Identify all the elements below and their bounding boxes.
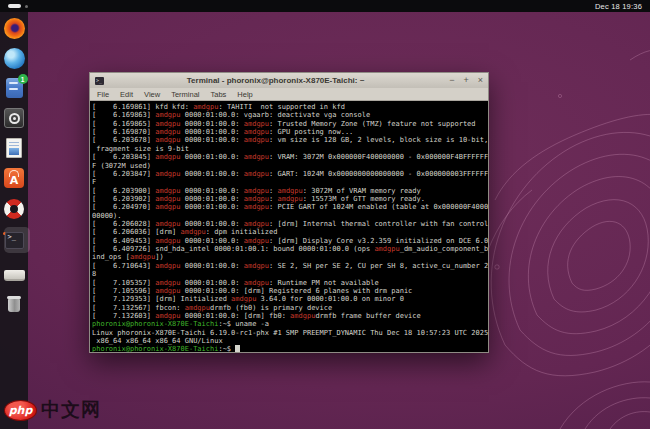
speaker-ring — [9, 113, 20, 124]
terminal-line: F (3072M used) — [92, 162, 488, 170]
terminal-line: [ 7.105357] amdgpu 0000:01:00.0: amdgpu:… — [92, 279, 488, 287]
terminal-line: fragment size is 9-bit — [92, 145, 488, 153]
app-center-icon: A — [4, 168, 24, 188]
php-logo: php — [4, 400, 37, 421]
menu-bar: File Edit View Terminal Tabs Help — [90, 88, 488, 101]
thunderbird-icon — [4, 48, 25, 69]
top-bar: Dec 18 19:36 — [0, 0, 650, 12]
trash-icon — [8, 298, 20, 312]
dock-item-removable-drive[interactable] — [3, 264, 25, 286]
menu-terminal[interactable]: Terminal — [171, 90, 199, 99]
terminal-line: x86_64 x86_64 x86_64 GNU/Linux — [92, 337, 488, 345]
terminal-line: [ 6.203845] amdgpu 0000:01:00.0: amdgpu:… — [92, 153, 488, 161]
terminal-line: 8 — [92, 270, 488, 278]
terminal-line: [ 6.203678] amdgpu 0000:01:00.0: amdgpu:… — [92, 136, 488, 144]
php-cn-watermark: php 中文网 — [4, 397, 101, 423]
workspace-indicator[interactable] — [8, 4, 28, 8]
dock-item-firefox[interactable] — [3, 17, 25, 39]
close-button[interactable]: × — [478, 76, 483, 85]
notification-badge: 1 — [18, 74, 28, 84]
menu-file[interactable]: File — [97, 90, 109, 99]
menu-view[interactable]: View — [144, 90, 160, 99]
maximize-button[interactable]: + — [463, 76, 468, 85]
files-icon: 1 — [6, 78, 23, 98]
terminal-line: [ 6.169870] amdgpu 0000:01:00.0: amdgpu:… — [92, 128, 488, 136]
watermark-text: 中文网 — [41, 397, 101, 423]
terminal-line: Linux phoronix-X870E-Taichi 6.19.0-rc1-p… — [92, 329, 488, 337]
window-terminal-icon: >_ — [95, 77, 104, 85]
files-drawer-line — [9, 88, 18, 90]
terminal-line: [ 6.206036] [drm] amdgpu: dpm initialize… — [92, 228, 488, 236]
terminal-line: [ 6.206028] amdgpu 0000:01:00.0: amdgpu:… — [92, 220, 488, 228]
dock-item-terminal[interactable]: >_ — [3, 229, 25, 251]
terminal-icon: >_ — [5, 232, 24, 249]
terminal-line: [ 6.710643] amdgpu 0000:01:00.0: amdgpu:… — [92, 262, 488, 270]
terminal-line: phoronix@phoronix-X870E-Taichi:~$ — [92, 345, 488, 352]
terminal-line: [ 6.204970] amdgpu 0000:01:00.0: amdgpu:… — [92, 203, 488, 211]
terminal-line: [ 7.132567] fbcon: amdgpudrmfb (fb0) is … — [92, 304, 488, 312]
dock-item-rhythmbox[interactable] — [3, 107, 25, 129]
clock[interactable]: Dec 18 19:36 — [595, 2, 642, 11]
dock-item-app-center[interactable]: A — [3, 167, 25, 189]
window-titlebar[interactable]: >_ Terminal - phoronix@phoronix-X870E-Ta… — [90, 73, 488, 88]
files-drawer-line — [9, 82, 18, 84]
terminal-line: [ 6.409453] amdgpu 0000:01:00.0: amdgpu:… — [92, 237, 488, 245]
menu-tabs[interactable]: Tabs — [211, 90, 227, 99]
dock-item-thunderbird[interactable] — [3, 47, 25, 69]
terminal-line: [ 6.203902] amdgpu 0000:01:00.0: amdgpu:… — [92, 195, 488, 203]
terminal-line: [ 6.169863] amdgpu 0000:01:00.0: vgaarb:… — [92, 111, 488, 119]
terminal-line: phoronix@phoronix-X870E-Taichi:~$ uname … — [92, 320, 488, 328]
terminal-line: [ 7.105596] amdgpu 0000:01:00.0: [drm] R… — [92, 287, 488, 295]
terminal-line: [ 6.409726] snd_hda_intel 0000:01:00.1: … — [92, 245, 488, 253]
terminal-line: 00000). — [92, 212, 488, 220]
dock-item-files[interactable]: 1 — [3, 77, 25, 99]
minimize-button[interactable]: − — [449, 76, 454, 85]
drive-icon — [4, 270, 25, 281]
libreoffice-writer-icon — [6, 138, 22, 158]
terminal-line: ind_ops [amdgpu]) — [92, 253, 488, 261]
window-title: Terminal - phoronix@phoronix-X870E-Taich… — [108, 76, 443, 85]
firefox-icon — [4, 18, 25, 39]
terminal-line: [ 7.129353] [drm] Initialized amdgpu 3.6… — [92, 295, 488, 303]
dock-item-trash[interactable] — [3, 294, 25, 316]
workspace-dot-icon — [25, 5, 28, 8]
terminal-window: >_ Terminal - phoronix@phoronix-X870E-Ta… — [89, 72, 489, 353]
terminal-line: [ 6.169861] kfd kfd: amdgpu: TAHITI not … — [92, 103, 488, 111]
help-lifebuoy-icon — [4, 199, 24, 219]
dock: 1 A >_ — [0, 12, 28, 429]
menu-help[interactable]: Help — [237, 90, 252, 99]
menu-edit[interactable]: Edit — [120, 90, 133, 99]
dock-item-help[interactable] — [3, 198, 25, 220]
rhythmbox-icon — [4, 108, 24, 128]
terminal-cursor — [235, 345, 239, 352]
terminal-line: [ 6.203900] amdgpu 0000:01:00.0: amdgpu:… — [92, 187, 488, 195]
terminal-output[interactable]: [ 6.169861] kfd kfd: amdgpu: TAHITI not … — [90, 102, 488, 352]
workspace-pill-icon — [8, 4, 21, 8]
dock-item-libreoffice-writer[interactable] — [3, 137, 25, 159]
terminal-line: [ 6.203847] amdgpu 0000:01:00.0: amdgpu:… — [92, 170, 488, 178]
terminal-line: F — [92, 178, 488, 186]
terminal-line: [ 6.169865] amdgpu 0000:01:00.0: amdgpu:… — [92, 120, 488, 128]
terminal-line: [ 7.132603] amdgpu 0000:01:00.0: [drm] f… — [92, 312, 488, 320]
